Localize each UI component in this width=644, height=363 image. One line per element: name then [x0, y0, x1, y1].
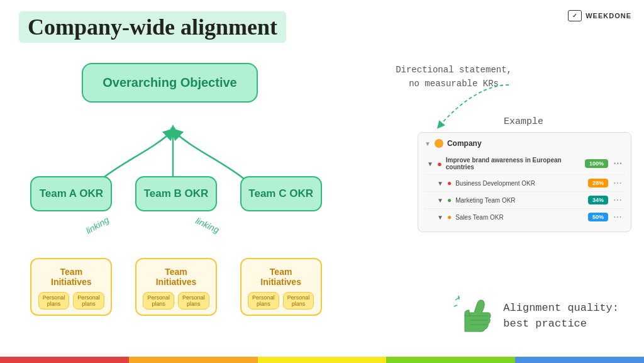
bottom-bar-yellow [258, 357, 387, 363]
example-label: Example [504, 116, 543, 127]
plan-pill-b2: Personalplans [178, 292, 209, 310]
bottom-bar-red [0, 357, 129, 363]
example-panel: ▼ Company ▼ ● Improve brand awareness in… [418, 132, 631, 232]
objective-box: Overarching Objective [82, 63, 258, 103]
team-okr-boxes: Team A OKR Team B OKR Team C OKR [19, 176, 333, 211]
panel-header: ▼ Company [425, 139, 625, 148]
panel-row-0: ▼ ● Business Development OKR 28% ⋯ [425, 175, 625, 192]
logo-checkmark: ✓ [572, 13, 578, 19]
row2-icon: ● [447, 213, 452, 221]
row2-dots: ⋯ [613, 212, 622, 222]
init-plans-b: Personalplans Personalplans [140, 292, 212, 310]
panel-row-1: ▼ ● Marketing Team OKR 34% ⋯ [425, 192, 625, 209]
plan-pill-b1: Personalplans [143, 292, 174, 310]
link-label-right: linking [194, 215, 221, 235]
initiative-box-a: TeamInitiatives Personalplans Personalpl… [30, 258, 112, 316]
bottom-bar-orange [129, 357, 258, 363]
main-row-badge: 100% [585, 159, 608, 168]
main-row-dots: ⋯ [613, 159, 622, 169]
alignment-quality-box: Alignment quality: best practice [452, 294, 619, 338]
bottom-bar [0, 357, 644, 363]
row0-dots: ⋯ [613, 178, 622, 188]
row0-text: Business Development OKR [455, 180, 584, 187]
team-b-okr: Team B OKR [135, 176, 217, 211]
plan-pill-c1: Personalplans [248, 292, 279, 310]
plan-pill-a2: Personalplans [73, 292, 104, 310]
row0-icon: ● [447, 179, 452, 187]
svg-line-5 [454, 305, 457, 306]
objective-label: Overarching Objective [103, 75, 236, 89]
row2-expand: ▼ [437, 214, 443, 221]
initiative-label-b: TeamInitiatives [156, 267, 197, 287]
diagram-area: Overarching Objective linking linking Te… [19, 50, 340, 346]
alignment-line2: best practice [503, 318, 587, 330]
logo: ✓ WEEKDONE [568, 10, 631, 21]
thumbs-up-icon [452, 294, 493, 338]
initiative-label-c: TeamInitiatives [260, 267, 301, 287]
main-row-circle-icon: ● [437, 159, 442, 169]
page-title: Company-wide alignment [19, 11, 286, 43]
panel-row-2: ▼ ● Sales Team OKR 50% ⋯ [425, 209, 625, 225]
annotation: Directional statement, no measurable KRs [396, 63, 512, 91]
row0-expand: ▼ [437, 180, 443, 187]
initiative-box-b: TeamInitiatives Personalplans Personalpl… [135, 258, 217, 316]
row1-dots: ⋯ [613, 195, 622, 205]
panel-company-label: Company [447, 139, 482, 148]
main-row-text: Improve brand awareness in European coun… [446, 157, 581, 170]
init-plans-c: Personalplans Personalplans [245, 292, 317, 310]
team-a-okr: Team A OKR [30, 176, 112, 211]
initiative-box-c: TeamInitiatives Personalplans Personalpl… [240, 258, 322, 316]
initiative-boxes: TeamInitiatives Personalplans Personalpl… [19, 258, 333, 316]
logo-brand: WEEKDONE [586, 12, 631, 20]
logo-icon: ✓ [568, 10, 582, 21]
plan-pill-c2: Personalplans [283, 292, 314, 310]
init-plans-a: Personalplans Personalplans [35, 292, 107, 310]
alignment-text: Alignment quality: best practice [503, 300, 619, 332]
team-c-okr: Team C OKR [240, 176, 322, 211]
alignment-line1: Alignment quality: [503, 302, 619, 314]
annotation-line2: no measurable KRs [409, 79, 499, 89]
row1-expand: ▼ [437, 197, 443, 204]
row0-badge: 28% [588, 179, 608, 187]
panel-expand-icon: ▼ [425, 140, 431, 147]
company-icon [435, 139, 443, 148]
link-label-left: linking [84, 215, 111, 236]
bottom-bar-green [386, 357, 515, 363]
row1-icon: ● [447, 196, 452, 204]
row1-badge: 34% [588, 196, 608, 204]
bottom-bar-blue [515, 357, 644, 363]
row2-text: Sales Team OKR [455, 214, 584, 221]
main-objective-row: ▼ ● Improve brand awareness in European … [425, 153, 625, 175]
initiative-label-a: TeamInitiatives [51, 267, 92, 287]
svg-line-6 [458, 296, 459, 299]
main-expand-icon: ▼ [427, 160, 433, 167]
row2-badge: 50% [588, 213, 608, 221]
plan-pill-a1: Personalplans [38, 292, 70, 310]
row1-text: Marketing Team OKR [455, 197, 584, 204]
annotation-line1: Directional statement, [396, 65, 512, 75]
